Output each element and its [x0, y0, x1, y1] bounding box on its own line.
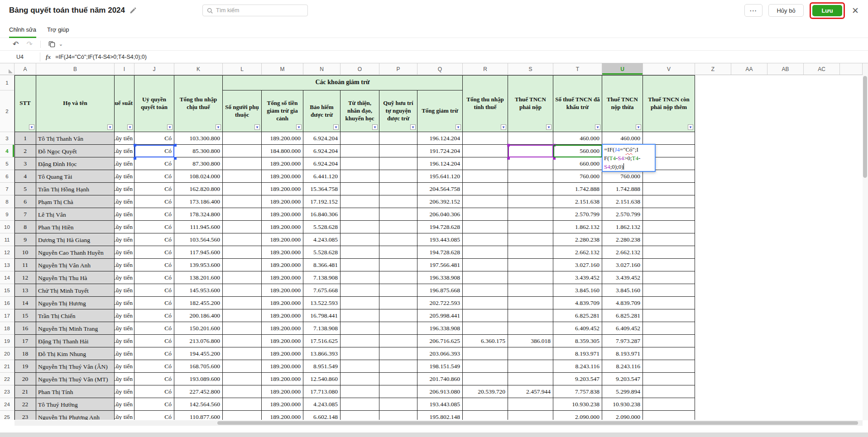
cell-I17[interactable]: Lũy tiến — [115, 309, 134, 322]
cell-J10[interactable]: Có — [134, 221, 174, 233]
cell-Q22[interactable]: 201.740.860 — [417, 373, 463, 385]
cell-M25[interactable]: 189.200.000 — [262, 411, 303, 420]
cell-M3[interactable]: 189.200.000 — [262, 132, 303, 145]
cell-A16[interactable]: 14 — [14, 297, 36, 309]
cell-O18[interactable] — [340, 322, 379, 335]
cell-Q16[interactable]: 202.722.593 — [417, 297, 463, 309]
cell-M11[interactable]: 189.200.000 — [262, 233, 303, 246]
cell-A22[interactable]: 20 — [14, 373, 36, 385]
cell-K13[interactable]: 139.953.600 — [174, 259, 223, 271]
cell-L3[interactable] — [223, 132, 262, 145]
cell-I6[interactable]: Lũy tiến — [115, 170, 134, 183]
cell-M20[interactable]: 189.200.000 — [262, 347, 303, 360]
cell-J12[interactable]: Có — [134, 246, 174, 259]
cell-P17[interactable] — [379, 309, 417, 322]
cell-T4[interactable]: 560.000 — [553, 145, 602, 157]
filter-icon-R[interactable]: ▼ — [501, 124, 506, 130]
cell-M7[interactable]: 189.200.000 — [262, 183, 303, 195]
cell-J16[interactable]: Có — [134, 297, 174, 309]
cell-N15[interactable]: 7.675.668 — [303, 284, 340, 297]
cell-Q25[interactable]: 195.802.148 — [417, 411, 463, 420]
column-header-S[interactable]: S — [508, 63, 553, 75]
cell-N18[interactable]: 7.138.908 — [303, 322, 340, 335]
cell-J8[interactable]: Có — [134, 195, 174, 208]
cell-B4[interactable]: Đỗ Ngọc Quyết — [36, 145, 115, 157]
cell-B18[interactable]: Nguyễn Thị Minh Trang — [36, 322, 115, 335]
cell-U14[interactable]: 3.439.452 — [602, 271, 643, 284]
row-header-10[interactable]: 10 — [0, 221, 14, 233]
row-header-14[interactable]: 14 — [0, 271, 14, 284]
cell-K23[interactable]: 227.452.800 — [174, 385, 223, 398]
cell-O3[interactable] — [340, 132, 379, 145]
cell-T9[interactable]: 2.570.799 — [553, 208, 602, 221]
cell-P4[interactable] — [379, 145, 417, 157]
cell-Q9[interactable]: 206.040.306 — [417, 208, 463, 221]
cell-P25[interactable] — [379, 411, 417, 420]
cell-S15[interactable] — [508, 284, 553, 297]
cell-N19[interactable]: 17.516.625 — [303, 335, 340, 347]
cell-V23[interactable] — [643, 385, 695, 398]
cell-T12[interactable]: 2.662.132 — [553, 246, 602, 259]
cell-S9[interactable] — [508, 208, 553, 221]
cell-O24[interactable] — [340, 398, 379, 411]
cell-K6[interactable]: 108.024.000 — [174, 170, 223, 183]
column-header-V[interactable]: V — [643, 63, 695, 75]
cell-P16[interactable] — [379, 297, 417, 309]
cell-L11[interactable] — [223, 233, 262, 246]
cell-P22[interactable] — [379, 373, 417, 385]
cell-O21[interactable] — [340, 360, 379, 373]
cell-N4[interactable]: 6.924.204 — [303, 145, 340, 157]
cell-K9[interactable]: 178.324.800 — [174, 208, 223, 221]
column-header-AC[interactable]: AC — [804, 63, 840, 75]
cell-L25[interactable] — [223, 411, 262, 420]
filter-icon-Q[interactable]: ▼ — [456, 124, 461, 130]
cell-I9[interactable]: Lũy tiến — [115, 208, 134, 221]
cell-S7[interactable] — [508, 183, 553, 195]
cell-I21[interactable]: Lũy tiến — [115, 360, 134, 373]
cell-K19[interactable]: 213.076.800 — [174, 335, 223, 347]
cell-J14[interactable]: Có — [134, 271, 174, 284]
cell-B10[interactable]: Phan Thị Hiền — [36, 221, 115, 233]
cell-V11[interactable] — [643, 233, 695, 246]
cell-M22[interactable]: 189.200.000 — [262, 373, 303, 385]
horizontal-scrollbar-thumb[interactable] — [217, 421, 858, 425]
cell-P13[interactable] — [379, 259, 417, 271]
cell-N6[interactable]: 6.441.120 — [303, 170, 340, 183]
cell-R21[interactable] — [463, 360, 508, 373]
cell-I7[interactable]: Lũy tiến — [115, 183, 134, 195]
cell-U17[interactable]: 6.825.281 — [602, 309, 643, 322]
cell-L21[interactable] — [223, 360, 262, 373]
column-header-AA[interactable]: AA — [731, 63, 767, 75]
cell-N24[interactable]: 4.243.085 — [303, 398, 340, 411]
cell-U12[interactable]: 2.662.132 — [602, 246, 643, 259]
cell-B23[interactable]: Phan Thị Tính — [36, 385, 115, 398]
cell-N16[interactable]: 13.522.593 — [303, 297, 340, 309]
cell-R11[interactable] — [463, 233, 508, 246]
cell-Q11[interactable]: 193.443.085 — [417, 233, 463, 246]
cell-A24[interactable]: 22 — [14, 398, 36, 411]
filter-icon-N[interactable]: ▼ — [333, 124, 339, 130]
cell-T3[interactable]: 460.000 — [553, 132, 602, 145]
cell-T25[interactable]: 2.090.000 — [553, 411, 602, 420]
cell-B11[interactable]: Dương Thị Hà Giang — [36, 233, 115, 246]
cell-N21[interactable]: 8.951.549 — [303, 360, 340, 373]
cell-Q18[interactable]: 196.338.908 — [417, 322, 463, 335]
cell-J9[interactable]: Có — [134, 208, 174, 221]
cell-A8[interactable]: 6 — [14, 195, 36, 208]
cell-B24[interactable]: Tô Thuý Hưởng — [36, 398, 115, 411]
select-all-corner[interactable] — [0, 63, 14, 75]
cell-T7[interactable]: 1.742.888 — [553, 183, 602, 195]
cell-L22[interactable] — [223, 373, 262, 385]
cell-A18[interactable]: 16 — [14, 322, 36, 335]
cell-S16[interactable] — [508, 297, 553, 309]
cell-R18[interactable] — [463, 322, 508, 335]
cell-A7[interactable]: 5 — [14, 183, 36, 195]
cell-L6[interactable] — [223, 170, 262, 183]
cell-V15[interactable] — [643, 284, 695, 297]
row-header-18[interactable]: 18 — [0, 322, 14, 335]
cell-T16[interactable]: 4.839.709 — [553, 297, 602, 309]
cell-O11[interactable] — [340, 233, 379, 246]
cell-L20[interactable] — [223, 347, 262, 360]
cell-L18[interactable] — [223, 322, 262, 335]
cell-S10[interactable] — [508, 221, 553, 233]
